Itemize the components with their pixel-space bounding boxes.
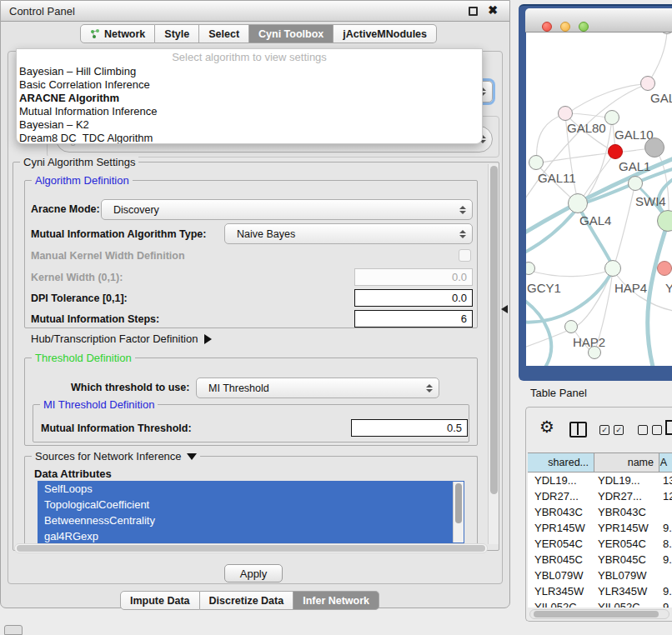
which-threshold-combobox[interactable]: MI Threshold [196, 378, 439, 398]
table-cell: YBL079W [528, 569, 594, 582]
table-row[interactable]: YER054CYER054C8. [528, 536, 672, 552]
restore-panel-button[interactable] [4, 625, 23, 635]
select-all-icon[interactable]: ✓ [614, 425, 624, 435]
float-panel-icon[interactable] [469, 7, 478, 16]
settings-vertical-scrollbar[interactable] [488, 164, 499, 544]
settings-group-title: Cyni Algorithm Settings [20, 156, 138, 168]
tab-label: jActiveMNodules [343, 28, 427, 40]
table-row[interactable]: YDR27...YDR27...12 [528, 488, 672, 504]
column-header[interactable]: shared... [528, 453, 594, 472]
combobox-arrows-icon [459, 206, 466, 214]
sources-group-title[interactable]: Sources for Network Inference [32, 450, 200, 462]
table-row[interactable]: YBL079WYBL079W [528, 568, 672, 583]
network-node-swi4[interactable] [628, 176, 643, 191]
zoom-traffic-light-icon[interactable] [579, 22, 589, 32]
dpi-tolerance-field[interactable]: 0.0 [354, 289, 473, 307]
tab-select[interactable]: Select [199, 24, 249, 43]
gear-icon[interactable]: ⚙ [539, 418, 554, 435]
network-node[interactable] [644, 138, 664, 158]
data-attribute-item[interactable]: TopologicalCoefficient [38, 497, 464, 512]
tab-label: Impute Data [130, 595, 190, 607]
mi-type-label: Mutual Information Algorithm Type: [31, 228, 206, 240]
mi-steps-field[interactable]: 6 [354, 310, 473, 328]
settings-vertical-scrollbar-thumb[interactable] [490, 166, 498, 494]
network-node-y[interactable] [657, 261, 672, 276]
data-attributes-label: Data Attributes [34, 468, 112, 480]
attributes-scrollbar[interactable] [453, 482, 464, 542]
table-row[interactable]: YPR145WYPR145W9. [528, 520, 672, 536]
column-split-icon[interactable] [569, 422, 587, 438]
table-horizontal-scrollbar-thumb[interactable] [534, 611, 659, 618]
table-row[interactable]: YIL052CYIL052C9 [528, 599, 672, 608]
apply-button[interactable]: Apply [224, 564, 283, 582]
close-traffic-light-icon[interactable] [542, 22, 552, 32]
network-canvas[interactable]: GALGAL80GAL10GAL1GAL11SWI4GAL4GCY1HAP4YH… [526, 32, 672, 366]
network-node-hap4[interactable] [604, 260, 621, 277]
table-cell: YIL052C [528, 601, 594, 608]
data-attributes-list[interactable]: SelfLoopsTopologicalCoefficientBetweenne… [38, 481, 464, 543]
network-node-gal[interactable] [640, 76, 655, 91]
deselect-all-icon[interactable] [638, 425, 648, 435]
table-panel: ⚙ ✓ ✓ shared...nameA YDL19...YDL19...13Y… [525, 407, 672, 622]
network-node[interactable] [588, 346, 601, 359]
select-all-icon[interactable]: ✓ [599, 425, 609, 435]
which-threshold-label: Which threshold to use: [71, 382, 189, 393]
close-icon[interactable]: ✖ [488, 3, 498, 17]
mi-threshold-field[interactable]: 0.5 [351, 419, 468, 437]
table-row[interactable]: YBR045CYBR045C9. [528, 552, 672, 568]
mi-type-combobox[interactable]: Naive Bayes [224, 223, 473, 244]
aracne-mode-combobox[interactable]: Discovery [101, 199, 473, 220]
column-header[interactable]: A [659, 453, 672, 472]
network-node[interactable] [657, 210, 672, 232]
network-node-gal80[interactable] [558, 106, 573, 121]
table-horizontal-scrollbar[interactable] [529, 609, 669, 619]
tab-discretize-data[interactable]: Discretize Data [200, 591, 294, 610]
network-node-gal1[interactable] [608, 144, 623, 159]
tab-style[interactable]: Style [155, 24, 199, 43]
algorithm-option[interactable]: Mutual Information Inference [17, 105, 482, 118]
function-builder-icon[interactable] [665, 420, 672, 435]
tab-impute-data[interactable]: Impute Data [120, 591, 200, 610]
table-row[interactable]: YBR043CYBR043C [528, 504, 672, 520]
mi-threshold-value: 0.5 [447, 422, 462, 434]
network-node-gal11[interactable] [529, 155, 544, 170]
data-attribute-item[interactable]: gal4RGexp [38, 528, 464, 543]
tab-infer-network[interactable]: Infer Network [293, 591, 379, 610]
network-node-gal10[interactable] [604, 110, 619, 125]
table-cell: YER054C [528, 538, 594, 550]
attributes-scrollbar-thumb[interactable] [455, 483, 462, 523]
tab-network[interactable]: Network [80, 24, 155, 43]
network-node-gal4[interactable] [568, 193, 588, 213]
tab-label: Infer Network [303, 595, 369, 607]
table-cell: 12 [659, 490, 672, 502]
deselect-all-icon[interactable] [652, 425, 662, 435]
kernel-width-field[interactable]: 0.0 [354, 268, 473, 286]
network-node-gcy1[interactable] [526, 262, 535, 275]
divider-collapse-arrow[interactable] [501, 305, 508, 313]
column-header[interactable]: name [594, 453, 659, 472]
algorithm-option[interactable]: Dream8 DC_TDC Algorithm [17, 132, 482, 144]
table-cell: YDL19... [528, 474, 594, 487]
network-view-titlebar[interactable] [525, 8, 672, 32]
algorithm-option[interactable]: Basic Correlation Inference [17, 78, 482, 92]
data-attribute-item[interactable]: SelfLoops [38, 481, 464, 497]
hub-definition-expander[interactable]: Hub/Transcription Factor Definition [31, 332, 212, 345]
settings-horizontal-scrollbar-thumb[interactable] [17, 545, 485, 552]
manual-kernel-checkbox[interactable] [459, 249, 471, 262]
tab-cyni-toolbox[interactable]: Cyni Toolbox [249, 24, 333, 43]
table-header-row: shared...nameA [528, 452, 672, 472]
combobox-arrows-icon [459, 230, 466, 238]
network-node[interactable] [659, 32, 672, 34]
table-row[interactable]: YDL19...YDL19...13 [528, 472, 672, 488]
control-panel-titlebar[interactable]: Control Panel ✖ [1, 1, 509, 22]
minimize-traffic-light-icon[interactable] [560, 22, 570, 32]
settings-horizontal-scrollbar[interactable] [14, 543, 488, 553]
table-body: YDL19...YDL19...13YDR27...YDR27...12YBR0… [528, 472, 672, 608]
algorithm-option[interactable]: ARACNE Algorithm [17, 92, 482, 105]
network-node-hap2[interactable] [564, 320, 578, 333]
algorithm-option[interactable]: Bayesian – Hill Climbing [17, 65, 482, 78]
algorithm-option[interactable]: Bayesian – K2 [17, 118, 482, 132]
table-row[interactable]: YLR345WYLR345W9. [528, 583, 672, 599]
tab-jactivemnodules[interactable]: jActiveMNodules [333, 24, 437, 43]
data-attribute-item[interactable]: BetweennessCentrality [38, 512, 464, 528]
